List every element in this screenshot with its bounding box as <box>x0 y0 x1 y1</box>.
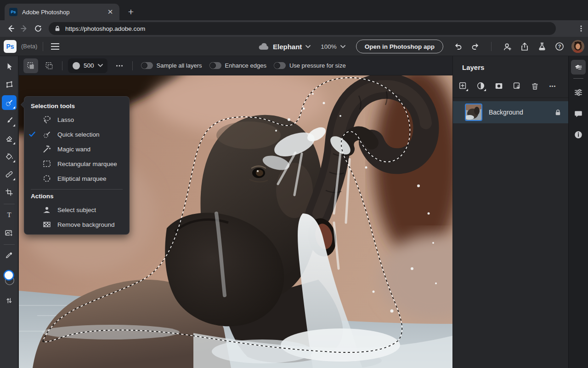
properties-tab-icon[interactable] <box>571 85 586 100</box>
select-subject-icon <box>40 205 54 214</box>
add-to-selection-icon[interactable] <box>23 58 38 73</box>
app-header: Ps (Beta) Elephant 100% Open in Photosho… <box>0 37 588 56</box>
flyout-indicator <box>13 178 15 180</box>
redo-icon[interactable] <box>468 39 483 54</box>
screen: Ps Adobe Photoshop ✕ + https://photoshop… <box>0 0 588 368</box>
layer-row-background[interactable]: Background <box>453 101 569 123</box>
quick-selection-icon <box>40 130 54 139</box>
swap-colors-icon[interactable] <box>2 293 17 308</box>
tab-title: Adobe Photoshop <box>22 9 106 16</box>
layer-mask-icon[interactable] <box>492 80 505 92</box>
user-avatar[interactable] <box>571 40 584 53</box>
flyout-indicator <box>13 124 15 126</box>
menu-item-lasso[interactable]: Lasso <box>24 112 129 127</box>
browser-tab[interactable]: Ps Adobe Photoshop ✕ <box>5 4 119 20</box>
fill-tool[interactable] <box>2 149 17 164</box>
transform-tool[interactable] <box>2 77 17 92</box>
browser-toolbar: https://photoshop.adobe.com <box>0 20 588 37</box>
layers-more-icon[interactable]: ••• <box>546 80 559 92</box>
brush-size-dropdown[interactable]: 500 <box>68 58 107 73</box>
menu-item-remove-background[interactable]: Remove background <box>24 217 129 232</box>
flyout-indicator <box>13 142 15 144</box>
flyout-indicator <box>13 160 15 162</box>
adjustment-icon[interactable] <box>475 80 487 92</box>
actions-title: Actions <box>24 193 129 200</box>
svg-text:T: T <box>7 211 11 218</box>
flyout-indicator <box>484 89 486 91</box>
task-rail <box>568 56 588 368</box>
menu-item-select-subject[interactable]: Select subject <box>24 202 129 217</box>
open-in-photoshop-button[interactable]: Open in Photoshop app <box>356 40 443 53</box>
new-layer-icon[interactable] <box>457 80 469 92</box>
crop-tool[interactable] <box>2 185 17 200</box>
use-pressure-label: Use pressure for size <box>289 62 346 69</box>
tab-close-icon[interactable]: ✕ <box>106 7 115 17</box>
divider <box>453 98 569 98</box>
remove-background-icon <box>40 220 54 229</box>
move-tool[interactable] <box>2 59 17 74</box>
document-name[interactable]: Elephant <box>273 43 302 51</box>
zoom-level[interactable]: 100% <box>321 43 337 50</box>
subtract-from-selection-icon[interactable] <box>42 58 57 73</box>
address-bar[interactable]: https://photoshop.adobe.com <box>49 22 556 35</box>
menu-item-elliptical-marquee[interactable]: Elliptical marquee <box>24 171 129 186</box>
comments-tab-icon[interactable] <box>571 106 586 121</box>
selection-tools-menu: Selection tools Lasso Quick selection Ma… <box>24 96 130 235</box>
flyout-indicator <box>13 106 15 109</box>
menu-title: Selection tools <box>24 103 129 109</box>
eraser-tool[interactable] <box>2 131 17 146</box>
layers-panel-title: Layers <box>462 63 484 71</box>
lasso-icon <box>40 115 54 124</box>
layer-name: Background <box>489 109 554 116</box>
app-menu-icon[interactable] <box>49 40 62 53</box>
delete-layer-icon[interactable] <box>528 80 541 92</box>
photoshop-favicon: Ps <box>9 8 17 16</box>
rectangular-marquee-icon <box>40 159 54 168</box>
chevron-down-icon[interactable] <box>305 45 311 48</box>
menu-item-rectangular-marquee[interactable]: Rectangular marquee <box>24 156 129 171</box>
svg-text:?: ? <box>558 44 561 49</box>
lock-icon <box>54 25 61 32</box>
undo-icon[interactable] <box>451 39 465 54</box>
new-tab-button[interactable]: + <box>125 6 137 18</box>
info-tab-icon[interactable] <box>571 127 586 142</box>
quick-selection-tool[interactable] <box>2 95 17 110</box>
browser-menu-icon[interactable] <box>577 24 585 33</box>
type-tool[interactable]: T <box>2 207 17 222</box>
use-pressure-toggle[interactable] <box>274 62 286 69</box>
more-options-icon[interactable] <box>112 58 127 73</box>
lock-icon[interactable] <box>554 109 561 116</box>
menu-item-magic-wand[interactable]: Magic wand <box>24 142 129 156</box>
enhance-edges-toggle[interactable] <box>209 62 221 69</box>
brush-preview-dot <box>73 62 80 69</box>
help-icon[interactable]: ? <box>552 39 567 54</box>
chevron-down-icon[interactable] <box>340 45 345 48</box>
enhance-edges-label: Enhance edges <box>225 62 266 69</box>
experiments-flask-icon[interactable] <box>535 39 549 54</box>
sample-all-layers-label: Sample all layers <box>157 62 202 69</box>
menu-item-quick-selection[interactable]: Quick selection <box>24 127 129 142</box>
invite-people-icon[interactable] <box>500 39 514 54</box>
move-layer-icon[interactable] <box>510 80 523 92</box>
healing-tool[interactable] <box>2 167 17 182</box>
tool-rail: T <box>0 56 18 368</box>
chevron-down-icon <box>98 64 103 67</box>
color-swatch[interactable] <box>2 266 17 290</box>
divider <box>31 189 123 190</box>
photoshop-logo: Ps <box>4 40 17 53</box>
brush-tool[interactable] <box>2 113 17 128</box>
check-icon <box>24 132 40 137</box>
divider <box>4 244 15 245</box>
layers-tab-icon[interactable] <box>571 60 586 75</box>
browser-tabstrip: Ps Adobe Photoshop ✕ + <box>0 0 588 20</box>
reload-icon[interactable] <box>31 22 45 35</box>
layers-panel: Layers ••• B <box>452 56 568 368</box>
eyedropper-tool[interactable] <box>2 248 17 263</box>
add-image-tool[interactable] <box>2 225 17 240</box>
divider <box>62 61 62 70</box>
forward-icon[interactable] <box>17 22 31 35</box>
sample-all-layers-toggle[interactable] <box>141 62 153 69</box>
back-icon[interactable] <box>4 22 17 35</box>
share-icon[interactable] <box>517 39 532 54</box>
options-bar: 500 Sample all layers Enhance edges Use … <box>19 56 452 75</box>
